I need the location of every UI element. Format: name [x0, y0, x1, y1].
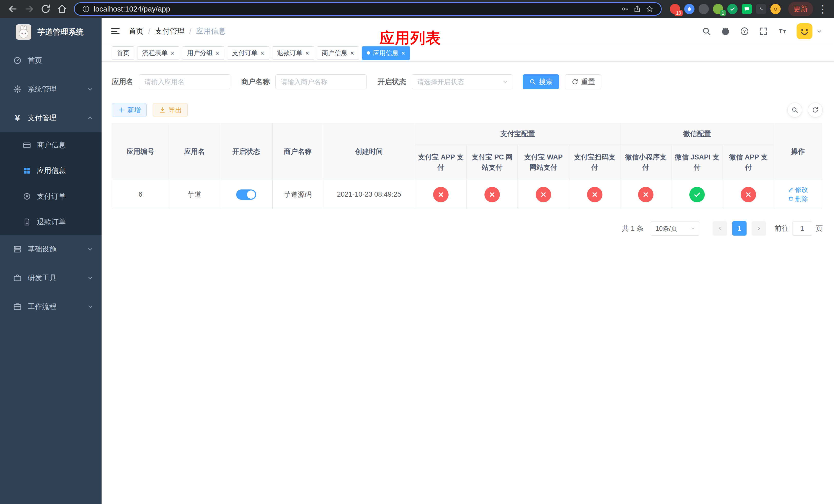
close-icon[interactable]: ×: [305, 50, 309, 56]
chevron-down-icon[interactable]: [816, 28, 823, 35]
extension-green-check-icon[interactable]: [727, 4, 738, 14]
sidebar-item-workflow[interactable]: 工作流程: [0, 292, 102, 321]
delete-link[interactable]: 删除: [788, 194, 808, 203]
chevron-down-icon: [502, 78, 508, 85]
channel-cell-5: [672, 180, 723, 209]
sidebar-item-home[interactable]: 首页: [0, 46, 102, 75]
sidebar-item-app-info[interactable]: 应用信息: [0, 158, 102, 184]
tabs-bar: 首页流程表单×用户分组×支付订单×退款订单×商户信息×应用信息×: [102, 45, 834, 62]
browser-menu-kebab-icon[interactable]: ⋮: [818, 4, 828, 14]
sidebar-item-infra[interactable]: 基础设施: [0, 235, 102, 264]
browser-forward-icon[interactable]: [24, 3, 35, 15]
next-page-button[interactable]: [752, 221, 766, 235]
extension-black-pin-icon[interactable]: [756, 4, 766, 14]
tab-label: 支付订单: [232, 49, 258, 57]
status-select[interactable]: 请选择开启状态: [412, 74, 513, 89]
user-avatar[interactable]: [796, 23, 812, 39]
prev-page-button[interactable]: [713, 221, 727, 235]
tab-4[interactable]: 退款订单×: [272, 46, 314, 60]
sidebar: 芋道管理系统 首页系统管理¥支付管理商户信息应用信息支付订单退款订单基础设施研发…: [0, 18, 102, 504]
extension-dark-icon[interactable]: [699, 4, 709, 14]
app-name-input[interactable]: [139, 74, 230, 89]
search-icon[interactable]: [702, 26, 711, 36]
goto-suffix: 页: [816, 224, 823, 233]
wechat-column-header-2: 微信 APP 支付: [723, 145, 774, 180]
merchant-name-input[interactable]: [276, 74, 367, 89]
close-icon[interactable]: ×: [401, 50, 405, 56]
sidebar-item-merchant-info[interactable]: 商户信息: [0, 132, 102, 158]
reset-button[interactable]: 重置: [565, 74, 601, 89]
tab-3[interactable]: 支付订单×: [227, 46, 269, 60]
cross-circle-icon: [741, 187, 756, 202]
channel-cell-1: [467, 180, 518, 209]
cross-circle-icon: [587, 187, 602, 202]
sidebar-item-payment[interactable]: ¥支付管理: [0, 104, 102, 132]
browser-refresh-icon[interactable]: [40, 3, 51, 15]
breadcrumb-home[interactable]: 首页: [129, 26, 144, 37]
github-icon[interactable]: [721, 26, 730, 36]
password-key-icon[interactable]: [621, 5, 629, 13]
wechat-column-header-0: 微信小程序支付: [620, 145, 672, 180]
share-icon[interactable]: [633, 5, 641, 13]
extension-colorful-icon[interactable]: 1: [713, 4, 723, 14]
browser-update-button[interactable]: 更新: [788, 2, 813, 16]
tab-1[interactable]: 流程表单×: [137, 46, 179, 60]
breadcrumb-payment[interactable]: 支付管理: [155, 26, 185, 37]
tab-6[interactable]: 应用信息×: [362, 46, 410, 60]
channel-cell-3: [569, 180, 620, 209]
search-button[interactable]: 搜索: [523, 74, 559, 89]
export-button[interactable]: 导出: [153, 103, 188, 117]
font-size-icon[interactable]: TT: [777, 26, 787, 36]
goto-page-input[interactable]: [792, 221, 812, 235]
app-title: 芋道管理系统: [38, 27, 84, 38]
sidebar-item-pay-order[interactable]: 支付订单: [0, 184, 102, 209]
row-created-cell: 2021-10-23 08:49:25: [323, 180, 415, 209]
edit-link[interactable]: 修改: [788, 185, 808, 194]
site-info-icon[interactable]: [82, 5, 90, 13]
toggle-search-button[interactable]: [787, 102, 802, 117]
column-header-3: 商户名称: [272, 123, 323, 180]
help-icon[interactable]: ?: [740, 26, 749, 36]
close-icon[interactable]: ×: [215, 50, 219, 56]
add-button[interactable]: 新增: [112, 103, 147, 117]
close-icon[interactable]: ×: [171, 50, 174, 56]
tab-2[interactable]: 用户分组×: [182, 46, 224, 60]
check-circle-icon: [689, 187, 705, 202]
sidebar-item-dev-tools[interactable]: 研发工具: [0, 264, 102, 292]
edit-icon: [788, 187, 794, 193]
logo-avatar: [16, 24, 31, 40]
url-text[interactable]: localhost:1024/pay/app: [94, 5, 619, 13]
url-bar[interactable]: localhost:1024/pay/app: [74, 2, 662, 16]
page-number-button[interactable]: 1: [732, 221, 747, 235]
refresh-table-button[interactable]: [808, 102, 823, 117]
tab-5[interactable]: 商户信息×: [317, 46, 359, 60]
sidebar-submenu: 商户信息应用信息支付订单退款订单: [0, 132, 102, 235]
cross-circle-icon: [638, 187, 654, 202]
extension-blue-drop-icon[interactable]: [684, 4, 695, 14]
table-toolbar: 新增 导出: [112, 103, 823, 117]
sidebar-item-label: 研发工具: [28, 273, 87, 283]
alipay-group-header: 支付宝配置: [415, 123, 620, 145]
bookmark-star-icon[interactable]: [645, 5, 654, 13]
sidebar-item-refund-order[interactable]: 退款订单: [0, 209, 102, 235]
sidebar-item-system[interactable]: 系统管理: [0, 75, 102, 104]
close-icon[interactable]: ×: [260, 50, 264, 56]
alipay-column-header-2: 支付宝 WAP 网站支付: [518, 145, 569, 180]
sidebar-item-label: 基础设施: [28, 244, 87, 254]
browser-back-icon[interactable]: [7, 3, 19, 15]
hamburger-icon[interactable]: [110, 26, 121, 37]
tab-0[interactable]: 首页: [112, 46, 134, 60]
close-icon[interactable]: ×: [350, 50, 354, 56]
row-status-cell: [220, 180, 272, 209]
svg-text:T: T: [779, 28, 783, 35]
status-toggle[interactable]: [236, 189, 256, 200]
extension-green-chat-icon[interactable]: [742, 4, 752, 14]
row-name-cell: 芋道: [169, 180, 220, 209]
browser-home-icon[interactable]: [57, 3, 68, 15]
page-size-select[interactable]: 10条/页: [651, 221, 699, 235]
extension-red-icon[interactable]: 10: [670, 4, 680, 14]
logo[interactable]: 芋道管理系统: [0, 18, 102, 46]
channel-cell-0: [415, 180, 467, 209]
fullscreen-icon[interactable]: [759, 26, 768, 36]
extension-emoji-face-icon[interactable]: [770, 4, 781, 14]
